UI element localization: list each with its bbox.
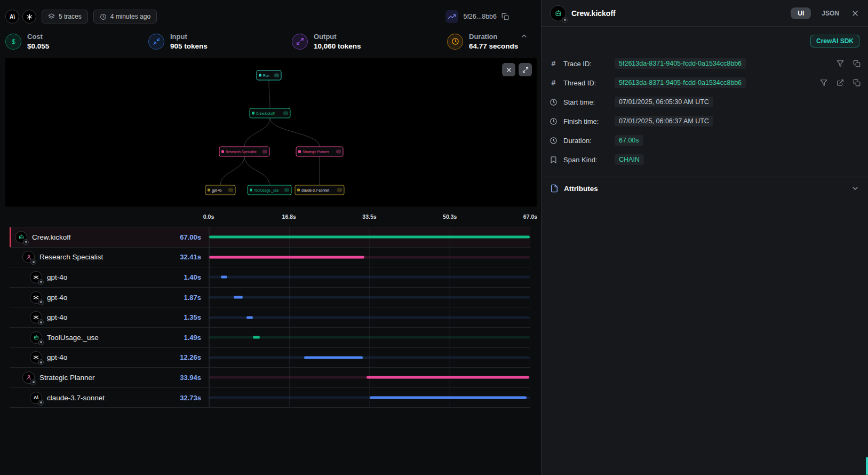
span-bar[interactable] xyxy=(209,236,530,239)
traces-count-badge[interactable]: 5 traces xyxy=(42,10,88,23)
graph-canvas[interactable]: RunCrew.kickoffResearch SpecialistStrate… xyxy=(5,58,537,207)
close-icon xyxy=(506,67,512,73)
graph-node-research[interactable]: Research Specialist xyxy=(219,147,269,156)
stat-value: 64.77 seconds xyxy=(469,42,518,50)
span-bar[interactable] xyxy=(367,376,529,379)
span-track xyxy=(209,316,530,319)
trend-chart-icon[interactable] xyxy=(445,10,458,23)
timeline-row[interactable]: gpt-4o1.40s xyxy=(10,267,530,288)
detail-label: Duration: xyxy=(563,137,609,145)
file-icon xyxy=(550,184,559,193)
stat-label: Duration xyxy=(469,33,518,41)
graph-node-crew[interactable]: Crew.kickoff xyxy=(250,108,290,118)
chevron-down-icon[interactable] xyxy=(851,184,859,193)
copy-icon[interactable] xyxy=(501,13,509,20)
svg-text:Research Specialist: Research Specialist xyxy=(226,150,257,154)
expand-graph-button[interactable] xyxy=(519,63,532,76)
openai-icon xyxy=(30,291,42,304)
timeline-row[interactable]: gpt-4o1.87s xyxy=(10,288,530,308)
detail-label: Start time: xyxy=(563,98,609,106)
graph-node-run[interactable]: Run xyxy=(257,70,281,80)
graph-node-claude[interactable]: claude-3.7-sonnet xyxy=(295,185,344,195)
timeline-row[interactable]: Research Specialist32.41s xyxy=(10,248,530,268)
stat-label: Output xyxy=(314,33,361,41)
span-duration: 1.40s xyxy=(184,273,201,281)
timeline-row[interactable]: gpt-4o1.35s xyxy=(10,307,530,328)
provider-mini-badge xyxy=(38,279,44,285)
input-icon xyxy=(148,34,164,50)
clock-icon xyxy=(549,137,558,145)
header-right: 5f26...8bb6 xyxy=(445,10,537,23)
timeline-chart-cell xyxy=(209,267,530,287)
span-name: gpt-4o xyxy=(47,294,67,302)
detail-row: Span Kind:CHAIN xyxy=(549,150,861,169)
graph-node-strategic[interactable]: Strategic Planner xyxy=(296,147,343,156)
trace-age-badge[interactable]: 4 minutes ago xyxy=(93,10,157,23)
detail-label: Thread ID: xyxy=(563,79,609,87)
hash-icon: # xyxy=(549,59,558,68)
timeline-row[interactable]: gpt-4o12.26s xyxy=(10,348,530,368)
detail-row: #Thread ID:5f2613da-8371-9405-fcdd-0a153… xyxy=(549,73,861,92)
close-graph-button[interactable] xyxy=(502,63,515,76)
timeline-chart-cell xyxy=(209,288,530,307)
span-bar[interactable] xyxy=(234,296,243,299)
span-duration: 33.94s xyxy=(180,374,201,382)
svg-text:claude-3.7-sonnet: claude-3.7-sonnet xyxy=(301,188,329,192)
close-panel-icon[interactable] xyxy=(851,9,859,18)
span-bar[interactable] xyxy=(370,397,527,399)
timeline-row[interactable]: Crew.kickoff67.00s xyxy=(10,227,530,248)
filter-icon[interactable] xyxy=(820,79,827,86)
span-detail-panel: Crew.kickoff UI JSON CrewAI SDK #Trace I… xyxy=(541,0,868,475)
span-bar[interactable] xyxy=(253,336,260,339)
detail-value: 5f2613da-8371-9405-fcdd-0a1534cc8bb6 xyxy=(615,58,746,69)
graph-controls xyxy=(502,63,532,76)
openai-icon xyxy=(30,351,42,363)
graph-node-gpt[interactable]: gpt-4o xyxy=(205,185,235,195)
stat-cost: Cost$0.055 xyxy=(5,33,148,50)
span-name: gpt-4o xyxy=(47,313,67,321)
copy-icon[interactable] xyxy=(853,79,861,86)
attributes-section[interactable]: Attributes xyxy=(541,177,868,200)
span-bar[interactable] xyxy=(209,256,364,258)
open-icon[interactable] xyxy=(837,79,844,86)
stat-output: Output10,060 tokens xyxy=(292,33,447,50)
timeline-row[interactable]: A\claude-3.7-sonnet32.73s xyxy=(10,388,530,408)
tab-json[interactable]: JSON xyxy=(822,10,839,17)
span-name: Crew.kickoff xyxy=(32,233,71,241)
span-bar[interactable] xyxy=(221,276,228,279)
graph-node-tool[interactable]: ToolUsage._use xyxy=(248,185,291,195)
expand-icon xyxy=(522,67,529,73)
span-track xyxy=(209,296,530,299)
bookmark-icon xyxy=(549,156,558,164)
span-name: claude-3.7-sonnet xyxy=(47,394,105,402)
span-bar[interactable] xyxy=(304,356,363,359)
detail-value: 07/01/2025, 06:06:37 AM UTC xyxy=(615,116,713,126)
timeline-row[interactable]: ToolUsage._use1.49s xyxy=(10,328,530,348)
provider-mini-badge xyxy=(38,299,44,305)
clock-icon xyxy=(100,13,107,20)
span-duration: 1.87s xyxy=(184,294,201,302)
trace-age-label: 4 minutes ago xyxy=(110,13,150,20)
openai-logo-icon xyxy=(22,10,36,23)
svg-text:Crew.kickoff: Crew.kickoff xyxy=(256,112,275,115)
anthropic-icon: A\ xyxy=(30,392,42,404)
timeline-row[interactable]: Strategic Planner33.94s xyxy=(10,368,530,388)
trace-main: A\ 5 traces 4 minutes ago 5f26...8bb6 xyxy=(0,0,541,475)
detail-actions xyxy=(837,60,861,67)
span-duration: 32.73s xyxy=(180,394,201,402)
attributes-label: Attributes xyxy=(564,185,598,193)
stats-row: Cost$0.055Input905 tokensOutput10,060 to… xyxy=(5,28,537,58)
openai-icon xyxy=(30,311,42,323)
chevron-up-icon[interactable] xyxy=(520,32,528,42)
scrollbar-thumb[interactable] xyxy=(866,457,868,475)
detail-label: Span Kind: xyxy=(563,156,609,164)
traces-count-label: 5 traces xyxy=(59,13,82,20)
provider-mini-badge xyxy=(38,359,44,365)
tab-ui[interactable]: UI xyxy=(791,7,811,19)
filter-icon[interactable] xyxy=(837,60,844,67)
copy-icon[interactable] xyxy=(853,60,861,67)
timeline-chart-cell xyxy=(209,307,530,327)
span-bar[interactable] xyxy=(246,316,253,319)
app: A\ 5 traces 4 minutes ago 5f26...8bb6 xyxy=(0,0,868,475)
span-name: Strategic Planner xyxy=(39,374,95,382)
